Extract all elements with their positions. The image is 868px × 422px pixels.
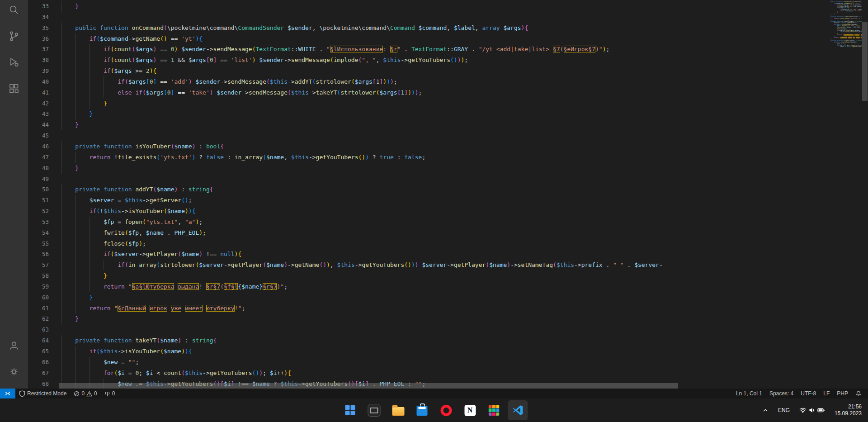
line-number[interactable]: 60 [28, 292, 49, 303]
line-number[interactable]: 36 [28, 33, 49, 44]
code-line[interactable]: 43 } [28, 109, 663, 119]
line-number[interactable]: 56 [28, 249, 49, 260]
ports-indicator[interactable]: 0 [101, 389, 119, 398]
line-number[interactable]: 44 [28, 119, 49, 130]
code-line[interactable]: 44 } [28, 119, 663, 130]
code-line[interactable]: 63 [28, 324, 663, 335]
vertical-scrollbar[interactable] [862, 0, 868, 389]
code-area[interactable]: 33 }3435 public function onCommand(\pock… [28, 1, 663, 389]
line-number[interactable]: 54 [28, 228, 49, 238]
tray-chevron-button[interactable] [760, 406, 770, 414]
taskbar-opera-button[interactable] [436, 400, 456, 420]
line-number[interactable]: 63 [28, 324, 49, 335]
line-number[interactable]: 45 [28, 130, 49, 141]
activitybar-extensions-button[interactable] [0, 76, 28, 102]
line-number[interactable]: 65 [28, 346, 49, 357]
problems-indicator[interactable]: 0 0 [70, 389, 100, 398]
code-line[interactable]: 62 } [28, 313, 663, 324]
line-number[interactable]: 64 [28, 335, 49, 346]
language-mode[interactable]: PHP [833, 389, 852, 398]
tray-quick-settings-button[interactable] [797, 406, 827, 415]
line-number[interactable]: 40 [28, 76, 49, 87]
taskbar-vscode-button[interactable] [508, 400, 528, 420]
activitybar-search-button[interactable] [0, 0, 28, 23]
activitybar-settings-button[interactable] [0, 359, 28, 385]
line-number[interactable]: 39 [28, 66, 49, 76]
code-line[interactable]: 53 $fp = fopen("yts.txt", "a"); [28, 217, 663, 228]
line-number[interactable]: 67 [28, 368, 49, 379]
code-line[interactable]: 60 } [28, 292, 663, 303]
indentation-setting[interactable]: Spaces: 4 [766, 389, 797, 398]
code-line[interactable]: 39 if($args >= 2){ [28, 66, 663, 76]
line-number[interactable]: 53 [28, 217, 49, 228]
line-number[interactable]: 43 [28, 109, 49, 119]
code-line[interactable]: 33 } [28, 1, 663, 12]
line-number[interactable]: 62 [28, 313, 49, 324]
code-line[interactable]: 47 return !file_exists('yts.txt') ? fals… [28, 152, 663, 163]
code-line[interactable]: 67 for($i = 0; $i < count($this->getYouT… [28, 368, 663, 379]
line-number[interactable]: 66 [28, 357, 49, 368]
code-line[interactable]: 50 private function addYT($name) : strin… [28, 184, 663, 195]
line-number[interactable]: 52 [28, 206, 49, 217]
restricted-mode-badge[interactable]: Restricted Mode [15, 389, 70, 398]
line-number[interactable]: 48 [28, 163, 49, 174]
line-number[interactable]: 51 [28, 195, 49, 206]
code-line[interactable]: 38 if(count($args) == 1 && $args[0] == '… [28, 55, 663, 66]
code-line[interactable]: 66 $new = ""; [28, 357, 663, 368]
code-line[interactable]: 52 if(!$this->isYouTuber($name)){ [28, 206, 663, 217]
code-line[interactable]: 58 } [28, 270, 663, 281]
line-number[interactable]: 49 [28, 174, 49, 185]
code-line[interactable]: 59 return "§a§lЮтуберка выдана! §r§7(§f§… [28, 281, 663, 292]
code-line[interactable]: 36 if($command->getName() == 'yt'){ [28, 33, 663, 44]
line-number[interactable]: 33 [28, 1, 49, 12]
code-line[interactable]: 57 if(in_array(strtolower($server->getPl… [28, 260, 663, 270]
line-number[interactable]: 46 [28, 141, 49, 152]
code-line[interactable]: 35 public function onCommand(\pocketmine… [28, 23, 663, 33]
line-number[interactable]: 34 [28, 12, 49, 23]
horizontal-scrollbar-thumb[interactable] [59, 383, 678, 389]
line-number[interactable]: 61 [28, 303, 49, 314]
line-number[interactable]: 47 [28, 152, 49, 163]
remote-indicator[interactable] [0, 389, 15, 398]
code-line[interactable]: 34 [28, 12, 663, 23]
eol-indicator[interactable]: LF [820, 389, 833, 398]
vertical-scrollbar-thumb[interactable] [862, 22, 868, 101]
code-line[interactable]: 40 if($args[0] == 'add') $sender->sendMe… [28, 76, 663, 87]
code-line[interactable]: 46 private function isYouTuber($name) : … [28, 141, 663, 152]
code-line[interactable]: 48 } [28, 163, 663, 174]
activitybar-run-debug-button[interactable] [0, 49, 28, 76]
line-number[interactable]: 35 [28, 23, 49, 33]
activitybar-source-control-button[interactable] [0, 23, 28, 49]
code-line[interactable]: 64 private function takeYT($name) : stri… [28, 335, 663, 346]
line-number[interactable]: 58 [28, 270, 49, 281]
code-line[interactable]: 65 if($this->isYouTuber($name)){ [28, 346, 663, 357]
code-line[interactable]: 56 if($server->getPlayer($name) !== null… [28, 249, 663, 260]
line-number[interactable]: 41 [28, 87, 49, 98]
line-number[interactable]: 57 [28, 260, 49, 270]
line-number[interactable]: 50 [28, 184, 49, 195]
taskbar-notion-button[interactable]: N [460, 400, 480, 420]
code-line[interactable]: 49 [28, 174, 663, 185]
line-number[interactable]: 59 [28, 281, 49, 292]
line-number[interactable]: 55 [28, 238, 49, 249]
code-line[interactable]: 54 fwrite($fp, $name . PHP_EOL); [28, 228, 663, 238]
tray-language-button[interactable]: ENG [776, 406, 792, 414]
code-line[interactable]: 51 $server = $this->getServer(); [28, 195, 663, 206]
taskbar-dark-app-button[interactable] [364, 400, 384, 420]
taskbar-start-button[interactable] [340, 400, 360, 420]
code-line[interactable]: 45 [28, 130, 663, 141]
taskbar-store-button[interactable] [412, 400, 432, 420]
activitybar-accounts-button[interactable] [0, 332, 28, 359]
editor[interactable]: 33 }3435 public function onCommand(\pock… [28, 0, 868, 389]
line-number[interactable]: 37 [28, 44, 49, 55]
taskbar-clock[interactable]: 21:56 15.09.2023 [833, 403, 863, 418]
code-line[interactable]: 42 } [28, 98, 663, 109]
code-line[interactable]: 61 return "§cДанный игрок уже имеет ютуб… [28, 303, 663, 314]
line-number[interactable]: 42 [28, 98, 49, 109]
taskbar-grid-app-button[interactable] [484, 400, 504, 420]
cursor-position[interactable]: Ln 1, Col 1 [732, 389, 766, 398]
line-number[interactable]: 38 [28, 55, 49, 66]
minimap[interactable]: } public function onCommand(\pocketmine\… [827, 0, 862, 81]
horizontal-scrollbar[interactable] [33, 383, 859, 389]
notifications-bell[interactable] [852, 389, 865, 398]
